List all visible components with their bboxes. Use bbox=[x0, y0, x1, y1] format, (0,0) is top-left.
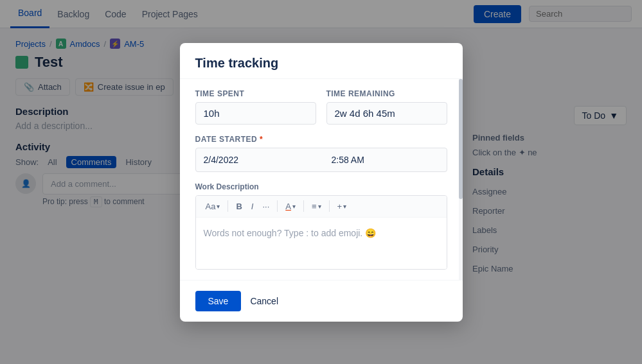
editor-toolbar: Aa ▾ B I ··· A ▾ ≡ ▾ bbox=[196, 196, 447, 218]
time-tracking-modal: Time tracking Time spent Time remaining bbox=[180, 43, 463, 322]
font-button[interactable]: Aa ▾ bbox=[202, 200, 224, 213]
time-row: Time spent Time remaining bbox=[195, 89, 447, 125]
modal-footer: Save Cancel bbox=[180, 280, 463, 322]
toolbar-sep-3 bbox=[303, 200, 304, 212]
list-chevron: ▾ bbox=[318, 203, 321, 210]
more-button[interactable]: ··· bbox=[259, 200, 272, 213]
modal-header: Time tracking bbox=[180, 43, 463, 79]
time-spent-label: Time spent bbox=[195, 89, 316, 98]
font-chevron: ▾ bbox=[217, 203, 220, 210]
editor-area[interactable]: Words not enough? Type : to add emoji. 😄 bbox=[196, 218, 447, 269]
time-of-day-input[interactable] bbox=[324, 149, 447, 171]
date-input[interactable] bbox=[196, 149, 324, 171]
modal-overlay: Time tracking Time spent Time remaining bbox=[0, 0, 642, 364]
date-started-label: Date started * bbox=[195, 135, 447, 144]
scrollbar-thumb bbox=[459, 79, 463, 200]
toolbar-sep-4 bbox=[329, 200, 330, 212]
time-spent-field: Time spent bbox=[195, 89, 316, 125]
list-button[interactable]: ≡ ▾ bbox=[308, 200, 325, 213]
time-remaining-input[interactable] bbox=[326, 102, 447, 125]
save-button[interactable]: Save bbox=[195, 291, 242, 311]
work-description-label: Work description bbox=[195, 182, 447, 191]
color-button[interactable]: A ▾ bbox=[282, 200, 299, 213]
toolbar-sep-1 bbox=[227, 200, 228, 212]
bold-button[interactable]: B bbox=[233, 200, 245, 213]
time-remaining-field: Time remaining bbox=[326, 89, 447, 125]
color-chevron: ▾ bbox=[292, 203, 296, 210]
time-remaining-label: Time remaining bbox=[326, 89, 447, 98]
scrollbar-track bbox=[459, 79, 463, 280]
toolbar-sep-2 bbox=[277, 200, 278, 212]
italic-button[interactable]: I bbox=[248, 200, 257, 213]
modal-title: Time tracking bbox=[195, 56, 447, 71]
date-row: ✕ bbox=[195, 148, 447, 172]
modal-body: Time spent Time remaining Date started *… bbox=[180, 79, 463, 280]
insert-button[interactable]: + ▾ bbox=[334, 200, 350, 213]
required-indicator: * bbox=[260, 135, 263, 144]
time-spent-input[interactable] bbox=[195, 102, 316, 125]
cancel-button[interactable]: Cancel bbox=[247, 291, 281, 311]
insert-chevron: ▾ bbox=[343, 203, 346, 210]
editor-wrapper: Aa ▾ B I ··· A ▾ ≡ ▾ bbox=[195, 195, 447, 270]
